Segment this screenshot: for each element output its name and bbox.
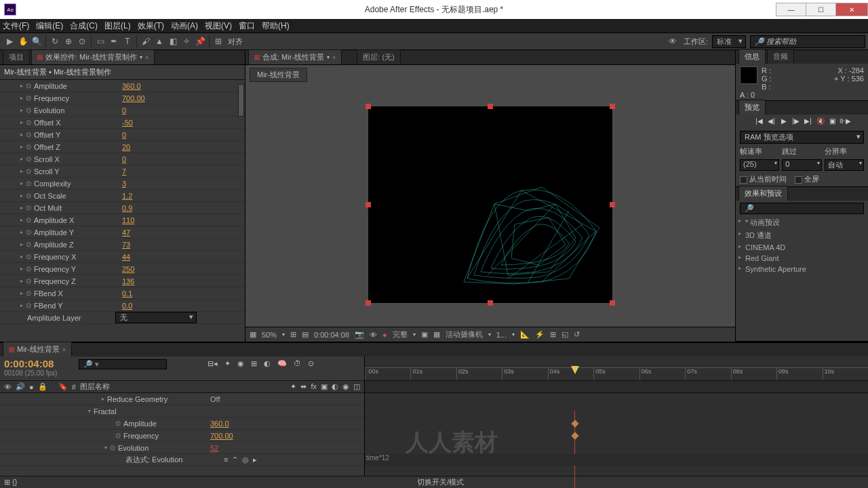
stopwatch-icon[interactable]: ⊙ (26, 265, 31, 272)
comp-mini-icon[interactable]: ⊟◂ (208, 359, 218, 368)
menu-comp[interactable]: 合成(C) (70, 20, 98, 32)
first-frame-icon[interactable]: |◀ (754, 117, 765, 127)
selection-tool-icon[interactable]: ▶ (3, 35, 16, 48)
prev-frame-icon[interactable]: ◀| (766, 117, 777, 127)
zoom-dropdown[interactable]: 50% (262, 331, 277, 339)
snapshot-icon[interactable]: 📷 (355, 330, 364, 339)
toggle-switches-label[interactable]: 切换开关/模式 (417, 477, 464, 487)
param-value[interactable]: 700.00 (122, 94, 145, 102)
current-timecode[interactable]: 0:00:04:08 (4, 358, 54, 369)
stopwatch-icon[interactable]: ⊙ (26, 192, 31, 199)
lock-col-icon[interactable]: 🔒 (38, 382, 47, 391)
next-frame-icon[interactable]: |▶ (791, 117, 802, 127)
stopwatch-icon[interactable]: ⊙ (26, 155, 31, 163)
ram-preview-dropdown[interactable]: RAM 预览选项 (740, 131, 864, 144)
ram-preview-icon[interactable]: ⊪▶ (840, 117, 850, 127)
menu-layer[interactable]: 图层(L) (104, 20, 131, 32)
res-icon[interactable]: ⊞ (290, 330, 296, 339)
eraser-tool-icon[interactable]: ◧ (166, 35, 180, 48)
param-value[interactable]: 47 (122, 228, 130, 237)
param-value[interactable]: 250 (122, 265, 134, 273)
tab-timeline[interactable]: Mir-线性背景× (3, 342, 72, 357)
reset-exposure-icon[interactable]: ↺ (574, 330, 580, 339)
loop-icon[interactable]: ▣ (827, 117, 838, 127)
tab-audio[interactable]: 音频 (767, 49, 794, 64)
show-snapshot-icon[interactable]: 👁 (370, 331, 377, 339)
expression-code[interactable]: time*12 (366, 454, 389, 462)
preset-folder[interactable]: Synthetic Aperture (736, 264, 868, 274)
shy-toggle-icon[interactable]: ✦ (224, 359, 231, 368)
expr-enable-icon[interactable]: ≡ (224, 455, 228, 464)
tab-layer[interactable]: 图层: (无) (357, 49, 400, 64)
param-value[interactable]: 110 (122, 216, 134, 224)
stopwatch-icon[interactable]: ⊙ (26, 131, 31, 138)
presets-search-input[interactable]: 🔎 (740, 203, 864, 214)
param-value[interactable]: 0.1 (122, 289, 132, 298)
tab-effects-presets[interactable]: 效果和预设 (738, 186, 788, 201)
motionblur-icon[interactable]: ◐ (264, 359, 271, 368)
preset-folder[interactable]: 3D 通道 (736, 229, 868, 242)
roi-icon[interactable]: ▣ (421, 330, 428, 339)
expr-lang-icon[interactable]: ▸ (253, 455, 257, 464)
param-value[interactable]: 0.0 (122, 302, 132, 310)
graph-editor-icon[interactable]: ⏱ (294, 359, 301, 368)
keyframe-icon[interactable] (571, 432, 578, 439)
skip-dropdown[interactable]: 0 (782, 159, 821, 171)
scrollbar-thumb[interactable] (238, 84, 244, 117)
param-value[interactable]: 0 (122, 106, 126, 115)
menu-anim[interactable]: 动画(A) (171, 20, 198, 32)
param-value[interactable]: 7 (122, 167, 126, 176)
rect-tool-icon[interactable]: ▭ (94, 35, 107, 48)
menu-edit[interactable]: 编辑(E) (36, 20, 63, 32)
param-value[interactable]: 0 (122, 131, 126, 139)
stopwatch-icon[interactable]: ⊙ (26, 302, 31, 309)
param-value[interactable]: 20 (122, 143, 130, 151)
audio-col-icon[interactable]: 🔊 (16, 382, 25, 391)
stopwatch-icon[interactable]: ⊙ (26, 180, 31, 187)
param-value[interactable]: 0.9 (122, 204, 132, 212)
keyframe-icon[interactable] (571, 420, 578, 427)
pen-tool-icon[interactable]: ✒ (107, 35, 121, 48)
camera-dropdown[interactable]: 活动摄像机 (446, 329, 483, 340)
stopwatch-icon[interactable]: ⊙ (26, 119, 31, 126)
tab-effect-controls[interactable]: 效果控件: Mir-线性背景制作▾× (31, 49, 155, 64)
brainstorm-icon[interactable]: 🧠 (277, 359, 287, 368)
menu-window[interactable]: 窗口 (239, 20, 255, 32)
stopwatch-icon[interactable]: ⊙ (26, 277, 31, 285)
last-frame-icon[interactable]: ▶| (803, 117, 814, 127)
fast-preview-icon[interactable]: ⚡ (535, 330, 545, 339)
menu-effect[interactable]: 效果(T) (138, 20, 164, 32)
stopwatch-icon[interactable]: ⊙ (26, 204, 31, 211)
rgb-icon[interactable]: ● (382, 331, 387, 339)
brush-tool-icon[interactable]: 🖌 (139, 35, 153, 48)
autokeyframe-icon[interactable]: ⊙ (308, 359, 314, 368)
menu-help[interactable]: 帮助(H) (262, 20, 290, 32)
preset-folder[interactable]: CINEMA 4D (736, 242, 868, 253)
hand-tool-icon[interactable]: ✋ (16, 35, 30, 48)
stopwatch-icon[interactable]: ⊙ (26, 241, 31, 248)
solo-col-icon[interactable]: ● (29, 383, 34, 391)
play-icon[interactable]: ▶ (778, 117, 789, 127)
minimize-button[interactable]: — (776, 3, 806, 16)
timeline-icon[interactable]: ⊞ (550, 330, 556, 339)
param-value[interactable]: 44 (122, 253, 130, 261)
tab-info[interactable]: 信息 (738, 49, 766, 64)
param-value[interactable]: 1.2 (122, 192, 132, 200)
expr-pickwhip-icon[interactable]: ◎ (242, 455, 249, 464)
zoom-tool-icon[interactable]: 🔍 (30, 35, 43, 48)
frameblend-icon[interactable]: ⊞ (251, 359, 257, 368)
canvas[interactable] (368, 106, 612, 303)
roto-tool-icon[interactable]: ✧ (180, 35, 193, 48)
rotate-tool-icon[interactable]: ↻ (48, 35, 62, 48)
transparency-icon[interactable]: ▦ (433, 330, 440, 339)
help-search-input[interactable]: 🔎 搜索帮助 (750, 35, 865, 48)
param-value[interactable]: 3 (122, 180, 126, 188)
preset-folder[interactable]: Red Giant (736, 253, 868, 264)
tab-composition[interactable]: 合成: Mir-线性背景▾× (248, 49, 342, 64)
param-value[interactable]: -50 (122, 119, 133, 127)
eye-col-icon[interactable]: 👁 (4, 383, 12, 391)
fullscreen-checkbox[interactable] (795, 176, 802, 184)
param-value[interactable]: 360.0 (122, 82, 141, 90)
preset-folder[interactable]: * 动画预设 (736, 216, 868, 229)
param-value[interactable]: 0 (122, 155, 126, 163)
